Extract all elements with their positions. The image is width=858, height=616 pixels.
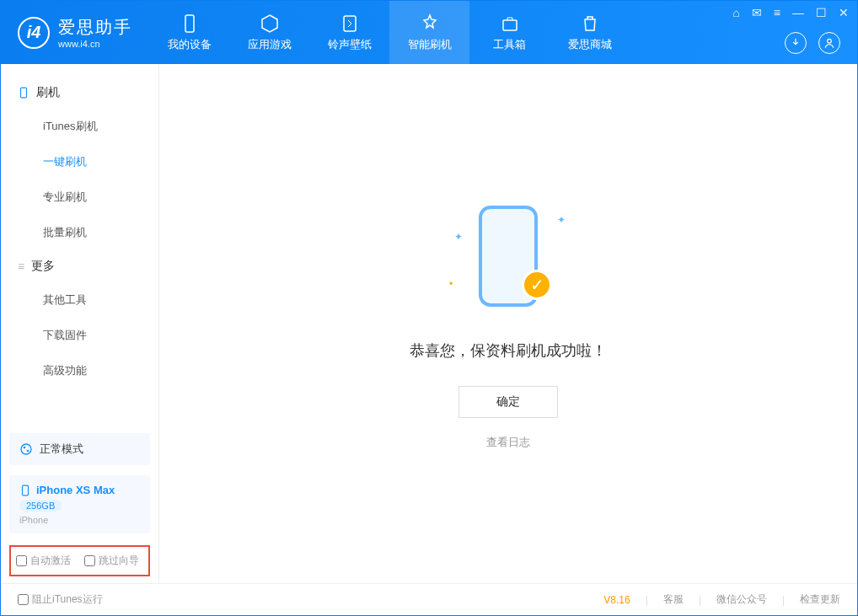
sidebar-item-batch-flash[interactable]: 批量刷机 <box>1 215 158 250</box>
svg-rect-0 <box>185 15 194 32</box>
sidebar-item-other-tools[interactable]: 其他工具 <box>1 282 158 318</box>
main-content: ✦ ✦ • ✓ 恭喜您，保资料刷机成功啦！ 确定 查看日志 <box>159 64 857 583</box>
check-update-link[interactable]: 检查更新 <box>800 592 840 607</box>
svg-rect-2 <box>503 20 517 30</box>
svg-rect-4 <box>21 88 27 98</box>
list-icon: ≡ <box>18 260 24 273</box>
svg-rect-1 <box>344 16 356 31</box>
title-bar: i4 爱思助手 www.i4.cn 我的设备 应用游戏 铃声壁纸 智能刷机 工具… <box>1 1 857 64</box>
tab-my-device[interactable]: 我的设备 <box>149 1 229 64</box>
device-info[interactable]: iPhone XS Max 256GB iPhone <box>9 475 150 533</box>
sidebar-group-more: ≡ 更多 <box>1 250 158 282</box>
minimize-button[interactable]: — <box>792 6 804 19</box>
user-icon[interactable] <box>818 32 840 54</box>
header-actions <box>785 32 840 54</box>
checkbox-auto-activate[interactable]: 自动激活 <box>16 554 71 568</box>
svg-point-5 <box>21 444 31 454</box>
sidebar-group-flash: 刷机 <box>1 77 158 109</box>
version-label: V8.16 <box>603 594 630 606</box>
sidebar-item-pro-flash[interactable]: 专业刷机 <box>1 179 158 215</box>
tab-apps[interactable]: 应用游戏 <box>229 1 309 64</box>
tshirt-icon[interactable]: ⌂ <box>732 6 739 19</box>
window-controls: ⌂ ✉ ≡ — ☐ ✕ <box>732 6 849 19</box>
ok-button[interactable]: 确定 <box>458 386 558 418</box>
app-title: 爱思助手 <box>58 16 132 39</box>
checkbox-skip-guide[interactable]: 跳过向导 <box>84 554 139 568</box>
success-message: 恭喜您，保资料刷机成功啦！ <box>410 340 607 361</box>
close-button[interactable]: ✕ <box>839 6 849 19</box>
logo-icon: i4 <box>18 17 50 49</box>
device-storage: 256GB <box>19 500 62 512</box>
tab-store[interactable]: 爱思商城 <box>550 1 630 64</box>
tab-flash[interactable]: 智能刷机 <box>389 1 469 64</box>
device-type: iPhone <box>19 515 140 525</box>
menu-icon[interactable]: ≡ <box>774 6 780 19</box>
checkbox-block-itunes[interactable]: 阻止iTunes运行 <box>18 592 103 607</box>
status-bar: 阻止iTunes运行 V8.16 | 客服 | 微信公众号 | 检查更新 <box>1 583 857 615</box>
svg-rect-8 <box>23 485 29 495</box>
success-illustration: ✦ ✦ • ✓ <box>449 197 567 315</box>
phone-icon <box>18 87 29 99</box>
logo: i4 爱思助手 www.i4.cn <box>1 16 149 49</box>
feedback-icon[interactable]: ✉ <box>752 6 762 19</box>
device-name: iPhone XS Max <box>36 484 115 496</box>
sidebar-item-oneclick-flash[interactable]: 一键刷机 <box>1 144 158 179</box>
view-log-link[interactable]: 查看日志 <box>486 435 530 450</box>
app-subtitle: www.i4.cn <box>58 39 132 49</box>
svg-point-3 <box>828 39 832 43</box>
maximize-button[interactable]: ☐ <box>816 6 827 19</box>
mode-icon <box>19 442 33 456</box>
device-icon <box>19 485 31 496</box>
tab-ringtone[interactable]: 铃声壁纸 <box>309 1 389 64</box>
customer-service-link[interactable]: 客服 <box>663 592 684 607</box>
sidebar-item-advanced[interactable]: 高级功能 <box>1 353 158 388</box>
sidebar-item-itunes-flash[interactable]: iTunes刷机 <box>1 109 158 144</box>
flash-options: 自动激活 跳过向导 <box>9 545 150 576</box>
mode-status[interactable]: 正常模式 <box>9 433 150 465</box>
check-badge-icon: ✓ <box>522 270 552 300</box>
sidebar: 刷机 iTunes刷机 一键刷机 专业刷机 批量刷机 ≡ 更多 其他工具 下载固… <box>1 64 159 583</box>
svg-point-6 <box>24 447 26 449</box>
download-icon[interactable] <box>785 32 807 54</box>
sidebar-item-download-firmware[interactable]: 下载固件 <box>1 318 158 353</box>
tab-toolbox[interactable]: 工具箱 <box>469 1 550 64</box>
svg-point-7 <box>27 450 29 453</box>
nav-tabs: 我的设备 应用游戏 铃声壁纸 智能刷机 工具箱 爱思商城 <box>149 1 630 64</box>
wechat-link[interactable]: 微信公众号 <box>716 592 767 607</box>
